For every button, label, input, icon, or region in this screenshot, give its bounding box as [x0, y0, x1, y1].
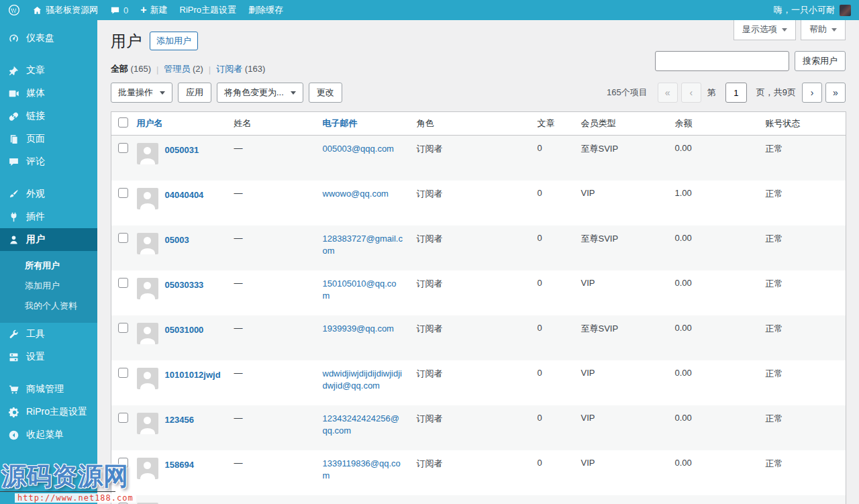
- sidebar-item-商城管理[interactable]: 商城管理: [0, 378, 97, 401]
- table-row: 04040404 — wwowo@qq.com 订阅者 0 VIP 1.00 正…: [111, 181, 846, 225]
- sidebar-item-评论[interactable]: 评论: [0, 150, 97, 173]
- sidebar-item-页面[interactable]: 页面: [0, 128, 97, 150]
- email-link[interactable]: 150105010@qq.com: [323, 278, 403, 302]
- row-checkbox[interactable]: [118, 413, 128, 423]
- table-row: 123456 — 12343242424256@qq.com 订阅者 0 VIP…: [111, 405, 846, 450]
- balance-cell: 0.00: [668, 136, 759, 181]
- filter-link-全部[interactable]: 全部: [111, 64, 128, 74]
- sidebar-item-仪表盘[interactable]: 仪表盘: [0, 27, 97, 50]
- row-checkbox[interactable]: [118, 458, 128, 468]
- balance-cell: 1.00: [668, 181, 759, 225]
- email-link[interactable]: 128383727@gmail.com: [323, 233, 403, 257]
- email-link[interactable]: 12343242424256@qq.com: [323, 413, 403, 437]
- email-link[interactable]: 1939939@qq.com: [323, 323, 403, 335]
- sidebar-item-插件[interactable]: 插件: [0, 205, 97, 228]
- posts-count-cell: 0: [531, 181, 574, 225]
- email-link[interactable]: 005003@qqq.com: [323, 143, 403, 155]
- username-link[interactable]: 05030333: [165, 278, 204, 299]
- main-content: 显示选项 帮助 用户 添加用户 搜索用户 全部 (165)|管理员 (2)|订阅…: [97, 20, 859, 504]
- search-users-button[interactable]: 搜索用户: [795, 51, 846, 71]
- user-avatar: [137, 188, 158, 209]
- sidebar-item-label: 链接: [26, 110, 45, 122]
- add-user-button[interactable]: 添加用户: [150, 32, 198, 50]
- user-avatar[interactable]: [840, 5, 851, 16]
- account-status-cell: 正常: [759, 405, 846, 450]
- row-checkbox[interactable]: [118, 323, 128, 333]
- ripro-theme-settings-item[interactable]: RiPro主题设置: [180, 4, 237, 16]
- column-header-角色: 角色: [410, 112, 531, 136]
- column-header-电子邮件[interactable]: 电子邮件: [316, 112, 410, 136]
- comments-item[interactable]: 0: [110, 5, 128, 15]
- sidebar-item-外观[interactable]: 外观: [0, 183, 97, 205]
- screen-options-tab[interactable]: 显示选项: [734, 20, 796, 40]
- posts-count-cell: 0: [531, 136, 574, 181]
- new-content-item[interactable]: + 新建: [140, 4, 167, 16]
- clear-cache-item[interactable]: 删除缓存: [248, 4, 283, 16]
- prev-page-button[interactable]: ‹: [681, 83, 701, 103]
- current-page-input[interactable]: [725, 83, 747, 103]
- name-cell: —: [228, 181, 316, 225]
- role-cell: 订阅者: [410, 181, 531, 225]
- help-tab[interactable]: 帮助: [801, 20, 846, 40]
- sidebar-item-链接[interactable]: 链接: [0, 105, 97, 128]
- row-checkbox[interactable]: [118, 368, 128, 378]
- username-link[interactable]: 158694: [165, 458, 194, 479]
- pagination: 165个项目 « ‹ 第 页，共9页 › »: [607, 83, 846, 103]
- first-page-button[interactable]: «: [658, 83, 678, 103]
- email-link[interactable]: wdwidjiwjdijdijdiwjidjidwjid@qq.com: [323, 368, 403, 392]
- member-type-cell: 至尊SVIP: [574, 225, 668, 270]
- row-checkbox[interactable]: [118, 188, 128, 198]
- name-cell: —: [228, 495, 316, 504]
- posts-count-cell: 0: [531, 495, 574, 504]
- select-all-checkbox[interactable]: [118, 117, 128, 128]
- comments-count: 0: [123, 5, 128, 15]
- filter-link-订阅者[interactable]: 订阅者: [216, 64, 242, 74]
- posts-count-cell: 0: [531, 450, 574, 495]
- row-checkbox[interactable]: [118, 143, 128, 153]
- user-avatar: [137, 323, 158, 344]
- sidebar-item-label: 收起菜单: [26, 429, 64, 441]
- next-page-button[interactable]: ›: [802, 83, 822, 103]
- username-link[interactable]: 123456: [165, 413, 194, 434]
- sidebar-item-工具[interactable]: 工具: [0, 323, 97, 346]
- username-link[interactable]: 05003: [165, 233, 189, 254]
- gear-icon: [7, 405, 20, 419]
- page-title: 用户: [111, 31, 142, 51]
- submenu-item-我的个人资料[interactable]: 我的个人资料: [0, 296, 97, 316]
- change-role-select[interactable]: 将角色变更为...: [217, 83, 303, 103]
- site-home-item[interactable]: 骚老板资源网: [32, 4, 98, 16]
- username-link[interactable]: 0050031: [165, 143, 199, 164]
- email-link[interactable]: 1339119836@qq.com: [323, 458, 403, 482]
- sidebar-item-用户[interactable]: 用户: [0, 228, 97, 251]
- sidebar-item-文章[interactable]: 文章: [0, 59, 97, 82]
- sidebar-item-设置[interactable]: 设置: [0, 346, 97, 368]
- apply-button[interactable]: 应用: [178, 83, 211, 103]
- change-button[interactable]: 更改: [309, 83, 342, 103]
- row-checkbox[interactable]: [118, 278, 128, 288]
- last-page-button[interactable]: »: [825, 83, 846, 103]
- username-link[interactable]: 05031000: [165, 323, 204, 344]
- filter-订阅者: 订阅者 (163): [216, 63, 265, 75]
- email-link[interactable]: wwowo@qq.com: [323, 188, 403, 200]
- wordpress-logo-icon[interactable]: [8, 4, 20, 16]
- table-row: 10101012jwjd — wdwidjiwjdijdijdiwjidjidw…: [111, 360, 846, 405]
- comment-bubble-icon: [110, 5, 120, 15]
- user-greeting[interactable]: 嗨，一只小可耐: [774, 4, 835, 16]
- search-users-input[interactable]: [655, 51, 789, 71]
- column-header-用户名[interactable]: 用户名: [130, 112, 228, 136]
- sidebar-item-媒体[interactable]: 媒体: [0, 82, 97, 105]
- filter-link-管理员[interactable]: 管理员: [164, 64, 190, 74]
- sidebar-item-RiPro主题设置[interactable]: RiPro主题设置: [0, 401, 97, 423]
- chevron-down-icon: [782, 28, 787, 34]
- username-link[interactable]: 04040404: [165, 188, 204, 209]
- admin-sidebar: 仪表盘 文章 媒体 链接 页面 评论 外观 插件 用户 所有用户添加用户我的个人…: [0, 20, 97, 504]
- sidebar-item-收起菜单[interactable]: 收起菜单: [0, 423, 97, 446]
- submenu-item-所有用户[interactable]: 所有用户: [0, 256, 97, 276]
- role-cell: 订阅者: [410, 360, 531, 405]
- bulk-action-select[interactable]: 批量操作: [111, 83, 172, 103]
- submenu-item-添加用户[interactable]: 添加用户: [0, 276, 97, 296]
- row-checkbox[interactable]: [118, 233, 128, 243]
- filter-全部: 全部 (165): [111, 63, 151, 75]
- member-type-cell: 至尊SVIP: [574, 315, 668, 360]
- username-link[interactable]: 10101012jwjd: [165, 368, 221, 389]
